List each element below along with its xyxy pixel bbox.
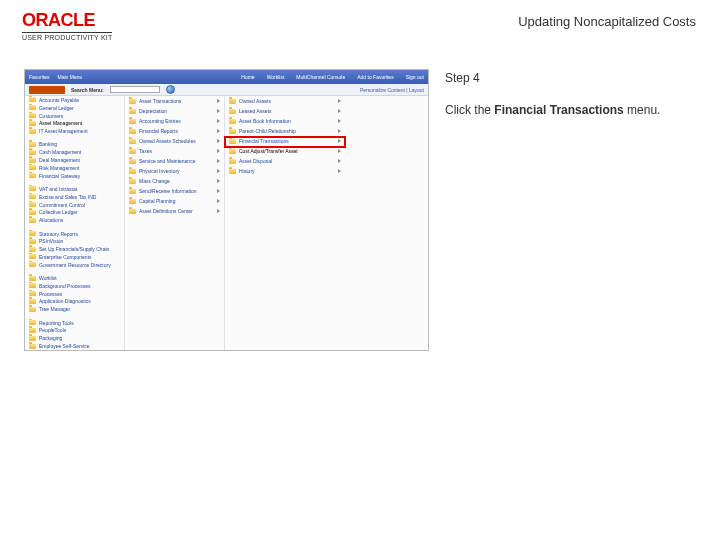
- menu-item[interactable]: Processes: [25, 290, 124, 298]
- menu-item[interactable]: Excise and Sales Tax IND: [25, 193, 124, 201]
- chevron-right-icon: [217, 129, 220, 133]
- menu-item[interactable]: Reporting Tools: [25, 319, 124, 327]
- folder-icon: [129, 209, 136, 214]
- folder-icon: [29, 299, 36, 304]
- menu-item-label: Enterprise Components: [39, 254, 120, 260]
- page-title: Updating Noncapitalized Costs: [518, 10, 702, 29]
- menu-item-label: PS/nVision: [39, 238, 120, 244]
- menu-item[interactable]: Financial Transactions: [225, 136, 345, 146]
- menu-item-label: Reporting Tools: [39, 320, 120, 326]
- menu-item[interactable]: Packaging: [25, 334, 124, 342]
- menu-item[interactable]: Send/Receive Information: [125, 186, 224, 196]
- menu-item[interactable]: History: [225, 166, 345, 176]
- menu-item[interactable]: Accounting Entries: [125, 116, 224, 126]
- menu-item[interactable]: Set Up Financials/Supply Chain: [25, 245, 124, 253]
- menu-item-label: Government Resource Directory: [39, 262, 120, 268]
- topbar-link[interactable]: Home: [241, 74, 254, 80]
- menu-item[interactable]: Commitment Control: [25, 201, 124, 209]
- menu-item[interactable]: Statutory Reports: [25, 230, 124, 238]
- menu-item[interactable]: Application Diagnostics: [25, 298, 124, 306]
- menu-item[interactable]: Asset Book Information: [225, 116, 345, 126]
- folder-icon: [229, 109, 236, 114]
- menu-item[interactable]: PS/nVision: [25, 237, 124, 245]
- topbar-item[interactable]: Main Menu: [58, 74, 83, 80]
- menu-item[interactable]: Physical Inventory: [125, 166, 224, 176]
- menu-item[interactable]: Depreciation: [125, 106, 224, 116]
- menu-item[interactable]: Allocations: [25, 216, 124, 224]
- app-brand-stripe: [29, 86, 65, 94]
- menu-item[interactable]: Leased Assets: [225, 106, 345, 116]
- menu-item[interactable]: Background Processes: [25, 282, 124, 290]
- menu-item[interactable]: IT Asset Management: [25, 127, 124, 135]
- topbar-link[interactable]: Sign out: [406, 74, 424, 80]
- personalize-link[interactable]: Personalize Content | Layout: [360, 87, 424, 93]
- menu-column-1: Accounts PayableGeneral LedgerCustomersA…: [25, 96, 125, 350]
- menu-item[interactable]: Enterprise Components: [25, 253, 124, 261]
- menu-item-label: Taxes: [139, 148, 214, 154]
- menu-item[interactable]: Risk Management: [25, 164, 124, 172]
- menu-item-label: Asset Disposal: [239, 158, 335, 164]
- menu-item-label: Asset Definitions Center: [139, 208, 214, 214]
- folder-icon: [129, 149, 136, 154]
- folder-icon: [229, 119, 236, 124]
- topbar-item[interactable]: Favorites: [29, 74, 50, 80]
- menu-item-label: Statutory Reports: [39, 231, 120, 237]
- menu-item[interactable]: General Ledger: [25, 104, 124, 112]
- menu-item[interactable]: Cost Adjust/Transfer Asset: [225, 146, 345, 156]
- menu-item[interactable]: Asset Management: [25, 119, 124, 127]
- folder-icon: [29, 150, 36, 155]
- chevron-right-icon: [338, 139, 341, 143]
- topbar-link[interactable]: Add to Favorites: [357, 74, 393, 80]
- folder-icon: [29, 105, 36, 110]
- menu-item-label: Set Up Financials/Supply Chain: [39, 246, 120, 252]
- menu-item[interactable]: Banking: [25, 141, 124, 149]
- menu-item[interactable]: Parent-Child Relationship: [225, 126, 345, 136]
- menu-item[interactable]: PeopleTools: [25, 326, 124, 334]
- chevron-right-icon: [217, 209, 220, 213]
- menu-item[interactable]: Tree Manager: [25, 305, 124, 313]
- topbar-link[interactable]: Worklist: [267, 74, 285, 80]
- chevron-right-icon: [217, 109, 220, 113]
- menu-item[interactable]: Owned Assets Schedules: [125, 136, 224, 146]
- menu-item-label: Background Processes: [39, 283, 120, 289]
- menu-item[interactable]: Financial Reports: [125, 126, 224, 136]
- menu-item[interactable]: Asset Definitions Center: [125, 206, 224, 216]
- topbar-link[interactable]: MultiChannel Console: [296, 74, 345, 80]
- search-go-button[interactable]: [166, 85, 175, 94]
- menu-item[interactable]: Cash Management: [25, 148, 124, 156]
- menu-item[interactable]: Worklist: [25, 274, 124, 282]
- menu-item-label: Processes: [39, 291, 120, 297]
- menu-item-label: Send/Receive Information: [139, 188, 214, 194]
- menu-item[interactable]: Employee Self-Service: [25, 342, 124, 350]
- menu-item-label: Financial Gateway: [39, 173, 120, 179]
- menu-item-label: Cost Adjust/Transfer Asset: [239, 148, 335, 154]
- menu-item-label: History: [239, 168, 335, 174]
- menu-item[interactable]: Mass Change: [125, 176, 224, 186]
- search-input[interactable]: [110, 86, 160, 93]
- menu-item[interactable]: Asset Disposal: [225, 156, 345, 166]
- menu-item[interactable]: Deal Management: [25, 156, 124, 164]
- menu-item-label: Cash Management: [39, 149, 120, 155]
- menu-item[interactable]: Government Resource Directory: [25, 261, 124, 269]
- menu-item[interactable]: Owned Assets: [225, 96, 345, 106]
- folder-icon: [229, 129, 236, 134]
- folder-icon: [29, 121, 36, 126]
- menu-item[interactable]: Customers: [25, 112, 124, 120]
- chevron-right-icon: [338, 129, 341, 133]
- menu-item[interactable]: Financial Gateway: [25, 172, 124, 180]
- chevron-right-icon: [217, 169, 220, 173]
- folder-icon: [29, 344, 36, 349]
- menu-item[interactable]: Accounts Payable: [25, 96, 124, 104]
- menu-item[interactable]: Collective Ledger: [25, 209, 124, 217]
- menu-item[interactable]: VAT and Intrastat: [25, 185, 124, 193]
- chevron-right-icon: [338, 99, 341, 103]
- menu-item[interactable]: Capital Planning: [125, 196, 224, 206]
- menu-column-2: Asset TransactionsDepreciationAccounting…: [125, 96, 225, 350]
- menu-item[interactable]: Taxes: [125, 146, 224, 156]
- folder-icon: [29, 276, 36, 281]
- menu-item[interactable]: Service and Maintenance: [125, 156, 224, 166]
- menu-item[interactable]: Asset Transactions: [125, 96, 224, 106]
- folder-icon: [29, 194, 36, 199]
- chevron-right-icon: [217, 149, 220, 153]
- menu-item-label: Accounting Entries: [139, 118, 214, 124]
